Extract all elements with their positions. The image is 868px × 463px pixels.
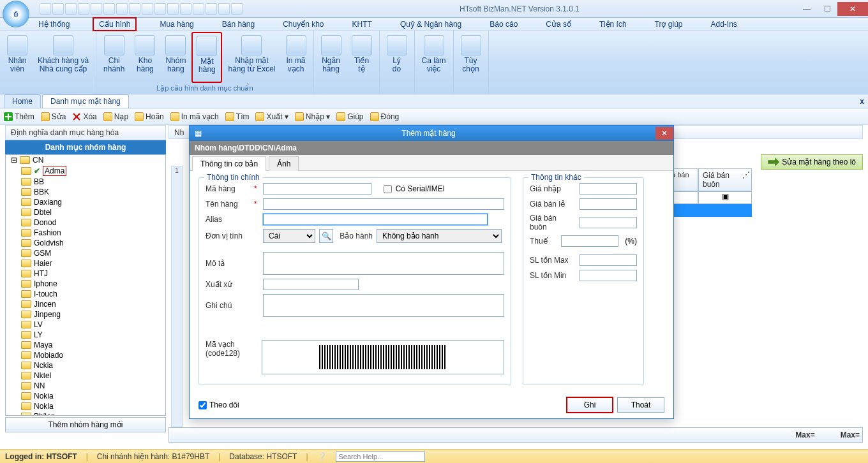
- toolbar-th-m[interactable]: Thêm: [4, 112, 34, 121]
- input-name[interactable]: [263, 198, 504, 210]
- input-stock-min[interactable]: [580, 270, 637, 281]
- tree-item-lv[interactable]: LV: [6, 320, 165, 330]
- lookup-unit-button[interactable]: 🔍: [319, 229, 333, 243]
- ribbon-nh-m-h-ng[interactable]: Nhómhàng: [161, 32, 190, 83]
- textarea-note[interactable]: [263, 294, 504, 317]
- ribbon-ti-n-t-[interactable]: Tiềntệ: [347, 32, 377, 91]
- tab-image[interactable]: Ảnh: [269, 156, 299, 171]
- menu-b-o-c-o[interactable]: Báo cáo: [484, 18, 523, 30]
- tree-item-bb[interactable]: BB: [6, 177, 165, 187]
- toolbar-n-p[interactable]: Nạp: [103, 112, 128, 121]
- toolbar-x-a[interactable]: Xóa: [72, 112, 96, 121]
- tree-item-gsm[interactable]: GSM: [6, 248, 165, 258]
- tree-item-nokla[interactable]: Nokla: [6, 401, 165, 411]
- save-button[interactable]: Ghi: [566, 397, 613, 413]
- qat-icon[interactable]: [167, 3, 179, 15]
- textarea-desc[interactable]: [263, 252, 504, 275]
- close-button[interactable]: ✕: [837, 2, 868, 16]
- ribbon-m-t-h-ng[interactable]: Mặthàng: [191, 32, 222, 83]
- menu-h-th-ng[interactable]: Hệ thống: [33, 18, 75, 30]
- tree-item-adma[interactable]: ✔ Adma: [6, 165, 165, 177]
- checkbox-serial[interactable]: [384, 185, 392, 193]
- qat-icon[interactable]: [180, 3, 191, 15]
- help-icon[interactable]: ❔: [317, 452, 327, 461]
- menu-ti-n-ch[interactable]: Tiện ích: [594, 18, 632, 30]
- input-wholesale[interactable]: [580, 217, 637, 228]
- menu-tr-gi-p[interactable]: Trợ giúp: [650, 18, 688, 30]
- tree-item-goldvish[interactable]: Goldvish: [6, 238, 165, 248]
- input-cost[interactable]: [580, 183, 637, 195]
- qat-icon[interactable]: [116, 3, 128, 15]
- menu-b-n-h-ng[interactable]: Bán hàng: [217, 18, 260, 30]
- tree-item-jinpeng[interactable]: Jinpeng: [6, 309, 165, 320]
- menu-khtt[interactable]: KHTT: [347, 18, 377, 30]
- tree-item-donod[interactable]: Donod: [6, 217, 165, 228]
- qat-icon[interactable]: [231, 3, 243, 15]
- grid-cell-checkbox[interactable]: ▣: [698, 191, 752, 204]
- menu-c-u-h-nh[interactable]: Cấu hình: [93, 17, 137, 31]
- qat-icon[interactable]: [52, 3, 64, 15]
- qat-icon[interactable]: [103, 3, 115, 15]
- qat-icon[interactable]: [206, 3, 217, 15]
- tree-item-philon[interactable]: Philon: [6, 411, 165, 416]
- qat-icon[interactable]: [65, 3, 77, 15]
- toolbar-nh-p-[interactable]: Nhập ▾: [295, 112, 330, 121]
- input-stock-max[interactable]: [580, 254, 637, 266]
- qat-icon[interactable]: [91, 3, 102, 15]
- toolbar-s-a[interactable]: Sửa: [41, 112, 66, 121]
- ribbon-kh-ch-h-ng-v-nh-cung-c-p[interactable]: Khách hàng vàNhà cung cấp: [33, 32, 93, 91]
- dialog-titlebar[interactable]: ▦ Thêm mặt hàng ✕: [190, 126, 673, 141]
- toolbar-t-m[interactable]: Tìm: [225, 112, 250, 121]
- tree-item-maya[interactable]: Maya: [6, 340, 165, 350]
- input-origin[interactable]: [263, 279, 359, 290]
- dialog-close-button[interactable]: ✕: [655, 127, 673, 140]
- tab-home[interactable]: Home: [4, 94, 41, 108]
- tab-danhmuc[interactable]: Danh mục mặt hàng: [42, 94, 129, 108]
- toolbar-ho-n[interactable]: Hoãn: [135, 112, 164, 121]
- ribbon-ca-l-m-vi-c[interactable]: Ca làmviệc: [417, 32, 451, 91]
- app-orb[interactable]: ⎙: [3, 1, 29, 27]
- tree-item-nokia[interactable]: Nokia: [6, 391, 165, 401]
- minimize-button[interactable]: —: [797, 2, 817, 16]
- tree-item-haier[interactable]: Haier: [6, 258, 165, 268]
- ribbon-ng-n-h-ng[interactable]: Ngănhàng: [317, 32, 346, 91]
- tree-item-nn[interactable]: NN: [6, 381, 165, 391]
- tree-item-htj[interactable]: HTJ: [6, 268, 165, 279]
- qat-icon[interactable]: [218, 3, 230, 15]
- category-tree[interactable]: ⊟ CN✔ Adma BB BBK Daxiang Dbtel Donod Fa…: [5, 154, 166, 416]
- input-tax[interactable]: [561, 235, 618, 247]
- qat-icon[interactable]: [40, 3, 51, 15]
- qat-icon[interactable]: [129, 3, 140, 15]
- edit-batch-button[interactable]: Sửa mặt hàng theo lô: [761, 154, 863, 170]
- select-unit[interactable]: Cái: [263, 229, 315, 243]
- qat-icon[interactable]: [78, 3, 89, 15]
- qat-icon[interactable]: [193, 3, 204, 15]
- ribbon-chi-nh-nh[interactable]: Chinhánh: [99, 32, 129, 83]
- input-alias[interactable]: [263, 214, 488, 225]
- tree-item-bbk[interactable]: BBK: [6, 187, 165, 197]
- tree-item-jincen[interactable]: Jincen: [6, 299, 165, 309]
- tab-basic-info[interactable]: Thông tin cơ bản: [192, 156, 266, 171]
- maximize-button[interactable]: ☐: [817, 2, 837, 16]
- tree-item-mobiado[interactable]: Mobiado: [6, 350, 165, 360]
- col-price-wholesale[interactable]: Giá bán buôn ⋰: [698, 168, 752, 191]
- ribbon-in-m-v-ch[interactable]: In mãvạch: [281, 32, 311, 83]
- toolbar-in-m-v-ch[interactable]: In mã vạch: [170, 112, 219, 121]
- toolbar-xu-t-[interactable]: Xuất ▾: [255, 112, 288, 121]
- menu-chuy-n-kho[interactable]: Chuyển kho: [278, 18, 329, 30]
- tree-root[interactable]: ⊟ CN: [6, 155, 165, 165]
- search-help-input[interactable]: [336, 452, 425, 462]
- qat-icon[interactable]: [154, 3, 166, 15]
- menu-add-ins[interactable]: Add-Ins: [706, 18, 742, 30]
- select-warranty[interactable]: Không bảo hành: [377, 229, 502, 243]
- menu-mua-h-ng[interactable]: Mua hàng: [154, 18, 198, 30]
- exit-button[interactable]: Thoát: [617, 397, 664, 413]
- menu-qu-ng-n-h-ng[interactable]: Quỹ & Ngân hàng: [395, 18, 467, 30]
- tree-item-ly[interactable]: LY: [6, 330, 165, 340]
- ribbon-nh-n-vi-n[interactable]: Nhânviên: [3, 32, 32, 91]
- tab-close-icon[interactable]: x: [860, 97, 864, 106]
- ribbon-nh-p-m-t-h-ng-t-excel[interactable]: Nhập mặthàng từ Excel: [223, 32, 280, 83]
- ribbon-l-do[interactable]: Lýdo: [382, 32, 412, 91]
- add-group-button[interactable]: Thêm nhóm hàng mới: [5, 417, 166, 432]
- tree-item-nckia[interactable]: Nckia: [6, 360, 165, 371]
